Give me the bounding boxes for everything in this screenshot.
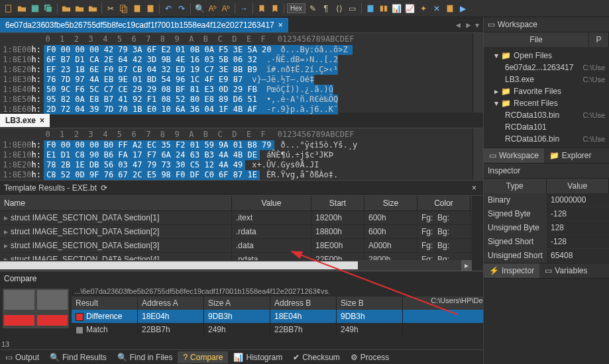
template-row[interactable]: ▸struct IMAGE_SECTION_DATA Section[4].pd…: [0, 253, 472, 260]
file-node[interactable]: RCData103.binC:\Use: [485, 109, 608, 121]
hex-row[interactable]: 1:8E30h:C8 52 0D 9F 76 67 2C E5 98 F0 DF…: [0, 170, 472, 180]
inspector-row[interactable]: Signed Short-128: [484, 235, 609, 249]
hex-row[interactable]: 1:8E00h:F0 00 00 00 B0 FF A2 EC 35 F2 01…: [0, 140, 472, 150]
workspace-icon: ▭: [488, 20, 495, 29]
file-node[interactable]: LB3.exeC:\Use: [485, 73, 608, 85]
close-icon[interactable]: ×: [469, 183, 479, 193]
tab-compare[interactable]: ?Compare: [178, 351, 228, 363]
brackets-icon[interactable]: ⟨⟩: [333, 3, 345, 15]
run-icon[interactable]: ▶: [457, 3, 469, 15]
hex-row[interactable]: 1:8E30h:76 7D 97 4A EB 9E 01 BD 54 96 1C…: [0, 75, 472, 85]
save-all-icon[interactable]: [42, 3, 54, 15]
hist-icon[interactable]: 📊: [391, 3, 403, 15]
file-node[interactable]: 6e07da2...1263417C:\Use: [485, 62, 608, 73]
file-node[interactable]: RCData101: [485, 121, 608, 133]
search2-icon[interactable]: Aᵇ: [207, 3, 219, 15]
tab-explorer[interactable]: 📁Explorer: [544, 148, 597, 163]
tab-checksum[interactable]: ✔Checksum: [288, 351, 345, 363]
hex-row[interactable]: 1:8E00h:F0 00 00 00 42 79 3A 6F E2 01 0B…: [0, 45, 472, 55]
hex-view-1[interactable]: 0 1 2 3 4 5 6 7 8 9 A B C D E F012345678…: [0, 33, 472, 113]
folder3-icon[interactable]: [87, 3, 99, 15]
tab-variables[interactable]: ▭Variables: [539, 263, 592, 278]
output-icon: ▭: [5, 353, 13, 362]
recent-files-node[interactable]: ▾📁Recent Files: [485, 97, 608, 109]
tab-workspace[interactable]: ▭Workspace: [484, 148, 544, 163]
tab-menu-icon[interactable]: ▾: [475, 21, 479, 30]
inspector-row[interactable]: Signed Byte-128: [484, 207, 609, 221]
tool-icon[interactable]: ✦: [417, 3, 429, 15]
prev-tab-icon[interactable]: ◄: [454, 21, 462, 30]
template-row[interactable]: ▸struct IMAGE_SECTION_DATA Section[3].da…: [0, 239, 472, 253]
var-icon: ▭: [545, 266, 552, 275]
compare-icon[interactable]: [378, 3, 390, 15]
tab-process[interactable]: ⚙Process: [345, 351, 394, 363]
inspector-row[interactable]: Unsigned Byte128: [484, 221, 609, 235]
paste-icon[interactable]: [131, 3, 143, 15]
workspace-icon: ▭: [489, 151, 496, 160]
tab-inspector[interactable]: ⚡Inspector: [484, 263, 539, 278]
bolt-icon: ⚡: [489, 266, 499, 275]
bookmark2-icon[interactable]: [269, 3, 281, 15]
open-files-node[interactable]: ▾📁Open Files: [485, 50, 608, 62]
hex-view-2[interactable]: 0 1 2 3 4 5 6 7 8 9 A B C D E F012345678…: [0, 128, 472, 180]
pilcrow-icon[interactable]: ¶: [320, 3, 332, 15]
hex-row[interactable]: 1:8E10h:6F B7 D1 CA 2E 64 42 3D 9B 4E 16…: [0, 55, 472, 65]
tab-histogram[interactable]: 📊Histogram: [228, 351, 288, 363]
folder-icon[interactable]: [60, 3, 72, 15]
new-icon[interactable]: [3, 3, 15, 15]
hex-row[interactable]: 1:8E20h:78 2B 1E DB 56 03 47 79 73 30 C5…: [0, 160, 472, 170]
tab-find-in-files[interactable]: 🔍Find in Files: [112, 351, 178, 363]
bookmark-icon[interactable]: [256, 3, 268, 15]
open-icon[interactable]: [16, 3, 28, 15]
hex-row[interactable]: 1:8E40h:50 9C F6 5C C7 CE 29 29 08 BF 81…: [0, 85, 472, 95]
redo-icon[interactable]: ↷: [176, 3, 188, 15]
tab-label: 6e07da23603fbe5b26755df5b8fec19cadf1f700…: [5, 21, 274, 30]
inspector-row[interactable]: Unsigned Short65408: [484, 249, 609, 263]
row-counter: 13: [1, 340, 9, 348]
hex-mode-label[interactable]: Hex: [287, 3, 305, 13]
undo-icon[interactable]: ↶: [162, 3, 174, 15]
cut-icon[interactable]: ✂: [105, 3, 117, 15]
scrollbar-h[interactable]: ▸: [0, 260, 472, 271]
chevron-down-icon: ▾: [494, 51, 498, 60]
edit-icon[interactable]: ✎: [307, 3, 319, 15]
tab-find-results[interactable]: 🔍Find Results: [44, 351, 112, 363]
file2-tab[interactable]: LB3.exe ×: [0, 114, 50, 127]
inspector-row[interactable]: Binary10000000: [484, 193, 609, 207]
workspace-tree[interactable]: ▾📁Open Files 6e07da2...1263417C:\Use LB3…: [484, 47, 609, 148]
compare-icon: ?: [183, 353, 188, 362]
hex-row[interactable]: 1:8E10h:E1 D1 C8 90 B6 FA 17 F7 6A 24 63…: [0, 150, 472, 160]
hex-row[interactable]: 1:8E50h:95 82 0A E8 B7 41 92 F1 08 52 80…: [0, 95, 472, 105]
copy-icon[interactable]: [118, 3, 130, 15]
goto-icon[interactable]: →: [238, 3, 250, 15]
scrollbar-v[interactable]: [472, 128, 483, 180]
script-icon[interactable]: [444, 3, 456, 15]
calc-icon[interactable]: [364, 3, 376, 15]
search-icon: 🔍: [50, 353, 60, 362]
next-tab-icon[interactable]: ►: [465, 21, 472, 30]
close-icon[interactable]: ×: [278, 21, 283, 30]
file-node[interactable]: RCData106.binC:\Use: [485, 133, 608, 145]
svg-rect-8: [367, 5, 373, 12]
search-icon[interactable]: 🔍: [194, 3, 205, 15]
hex-row[interactable]: 1:8E20h:EF 23 1B 6E F0 87 CB 04 32 ED 19…: [0, 65, 472, 75]
template-row[interactable]: ▸struct IMAGE_SECTION_DATA Section[1].it…: [0, 211, 472, 225]
scrollbar-v[interactable]: [472, 33, 483, 113]
chart-icon[interactable]: 📈: [404, 3, 416, 15]
favorite-files-node[interactable]: ▸📁Favorite Files: [485, 85, 608, 97]
close-icon[interactable]: ×: [40, 116, 44, 125]
paste2-icon[interactable]: [144, 3, 156, 15]
gear-icon: ⚙: [351, 353, 358, 362]
search3-icon[interactable]: Aᵇ: [220, 3, 232, 15]
svg-rect-3: [46, 6, 52, 12]
hex-row[interactable]: 1:8E60h:2D 72 04 39 7D 70 1B E0 10 6A 36…: [0, 105, 472, 114]
tab-output[interactable]: ▭Output: [0, 351, 44, 363]
template-row[interactable]: ▸struct IMAGE_SECTION_DATA Section[2].rd…: [0, 225, 472, 239]
tool2-icon[interactable]: ✕: [431, 3, 443, 15]
compare-minimap[interactable]: [3, 289, 69, 328]
folder2-icon[interactable]: [74, 3, 85, 15]
ruler-icon[interactable]: ▭: [347, 3, 359, 15]
refresh-icon[interactable]: ⟳: [101, 183, 107, 193]
save-icon[interactable]: [29, 3, 41, 15]
file1-tab[interactable]: 6e07da23603fbe5b26755df5b8fec19cadf1f700…: [0, 18, 288, 32]
